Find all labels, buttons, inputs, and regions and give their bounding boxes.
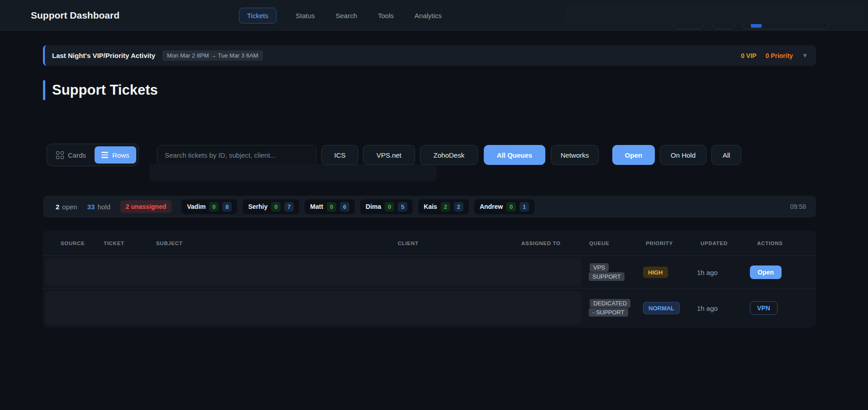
col-ticket: TICKET [104, 241, 124, 246]
search-dropdown-panel [149, 164, 437, 181]
status-filter-open[interactable]: Open [612, 145, 655, 165]
filter-toolbar: Cards Rows ICS VPS.net ZohoDesk All Queu… [43, 145, 816, 165]
table-row[interactable]: VPS SUPPORT HIGH 1h ago Open [43, 256, 816, 289]
rows-view-button[interactable]: Rows [95, 146, 136, 164]
agent-hold-count: 1 [520, 202, 529, 212]
agent-name: Kais [424, 203, 437, 210]
agent-name: Serhiy [248, 203, 267, 210]
agent-chip-matt[interactable]: Matt 0 6 [305, 199, 355, 214]
col-priority: PRIORITY [646, 241, 673, 246]
top-header: Support Dashboard Tickets Status Search … [0, 0, 868, 31]
col-actions: ACTIONS [757, 241, 783, 246]
nav-tab-search[interactable]: Search [334, 8, 359, 24]
open-ticket-button[interactable]: Open [750, 265, 782, 279]
blue-indicator-icon [751, 24, 762, 28]
agent-hold-count: 6 [340, 202, 349, 212]
vip-count-badge: 0 VIP [741, 52, 756, 59]
agent-chip-serhiy[interactable]: Serhiy 0 7 [243, 199, 299, 214]
banner-expand-caret-icon[interactable]: ▼ [802, 52, 808, 59]
col-assigned-to: ASSIGNED TO [521, 241, 561, 246]
vip-banner-title: Last Night's VIP/Priority Activity [52, 52, 155, 59]
hold-label: hold [97, 203, 110, 211]
agent-open-count: 0 [271, 202, 281, 212]
col-subject: SUBJECT [156, 241, 183, 246]
agent-chip-kais[interactable]: Kais 2 2 [418, 199, 469, 214]
open-count: 2 [56, 203, 59, 211]
agent-chip-dima[interactable]: Dima 0 5 [360, 199, 413, 214]
agent-name: Vadim [187, 203, 205, 210]
agent-open-count: 0 [209, 202, 219, 212]
vip-activity-banner: Last Night's VIP/Priority Activity Mon M… [43, 45, 816, 66]
agent-hold-count: 8 [222, 202, 232, 212]
agent-open-count: 0 [506, 202, 516, 212]
status-filter-on-hold[interactable]: On Hold [660, 145, 706, 165]
source-filter-ics[interactable]: ICS [321, 145, 358, 165]
agent-hold-count: 5 [398, 202, 407, 212]
agent-name: Dima [366, 203, 381, 210]
queue-tag-line: SUPPORT [589, 272, 625, 281]
row-content-placeholder [45, 259, 582, 285]
agent-hold-count: 2 [454, 202, 463, 212]
status-filter-all[interactable]: All [711, 145, 741, 165]
vpn-button[interactable]: VPN [750, 301, 777, 315]
hold-count: 33 [87, 203, 95, 211]
agent-chip-list: Vadim 0 8 Serhiy 0 7 Matt 0 6 Dima 0 5 K… [181, 199, 534, 214]
agent-open-count: 0 [385, 202, 394, 212]
table-header-row: SOURCE TICKET SUBJECT CLIENT ASSIGNED TO… [43, 231, 816, 256]
row-content-placeholder [45, 291, 582, 324]
queue-tag-line: VPS [590, 263, 609, 272]
vip-banner-time-range: Mon Mar 2 8PM → Tue Mar 3 6AM [162, 50, 263, 61]
col-client: CLIENT [398, 241, 419, 246]
agent-name: Andrew [480, 203, 503, 210]
priority-badge: HIGH [643, 266, 668, 278]
cards-view-label: Cards [68, 151, 86, 159]
col-queue: QUEUE [589, 241, 609, 246]
agent-hold-count: 7 [284, 202, 294, 212]
queue-tag-line: DEDICATED [590, 299, 630, 308]
page-heading: Support Tickets [43, 80, 816, 100]
agent-name: Matt [310, 203, 323, 210]
nav-tab-status[interactable]: Status [294, 8, 317, 24]
table-row[interactable]: DEDICATED - SUPPORT NORMAL 1h ago VPN [43, 289, 816, 327]
unassigned-badge: 2 unassigned [120, 200, 172, 213]
queue-filter-networks[interactable]: Networks [551, 145, 599, 165]
page-title: Support Tickets [52, 82, 158, 98]
nav-tab-analytics[interactable]: Analytics [413, 8, 444, 24]
cards-view-button[interactable]: Cards [49, 146, 93, 164]
nav-tab-tools[interactable]: Tools [376, 8, 396, 24]
app-title: Support Dashboard [31, 10, 119, 21]
agent-chip-vadim[interactable]: Vadim 0 8 [181, 199, 237, 214]
priority-count-badge: 0 Priority [765, 52, 793, 59]
queue-tag-line: - SUPPORT [589, 308, 628, 317]
queue-tag: VPS SUPPORT [589, 263, 625, 281]
list-lines-icon [101, 152, 108, 158]
nav-tab-tickets[interactable]: Tickets [239, 8, 277, 24]
stats-bar: 2 open 33 hold 2 unassigned Vadim 0 8 Se… [43, 196, 816, 217]
last-refresh-time: 09:58 [790, 203, 806, 210]
header-right-panel [567, 5, 863, 24]
priority-badge: NORMAL [643, 302, 680, 314]
agent-open-count: 2 [441, 202, 450, 212]
source-filter-zohodesk[interactable]: ZohoDesk [420, 145, 478, 165]
ticket-search-input[interactable] [157, 145, 316, 165]
queue-tag: DEDICATED - SUPPORT [589, 299, 630, 317]
view-mode-toggle: Cards Rows [47, 144, 139, 166]
col-updated: UPDATED [701, 241, 728, 246]
heading-accent-bar [43, 80, 45, 100]
tickets-table: SOURCE TICKET SUBJECT CLIENT ASSIGNED TO… [43, 231, 816, 328]
main-nav: Tickets Status Search Tools Analytics [239, 0, 444, 31]
rows-view-label: Rows [112, 151, 129, 159]
open-label: open [62, 203, 77, 211]
agent-chip-andrew[interactable]: Andrew 0 1 [474, 199, 534, 214]
updated-time: 1h ago [697, 304, 718, 312]
updated-time: 1h ago [697, 268, 718, 276]
source-filter-vpsnet[interactable]: VPS.net [363, 145, 415, 165]
agent-open-count: 0 [327, 202, 336, 212]
queue-filter-all-queues[interactable]: All Queues [484, 145, 545, 165]
col-source: SOURCE [61, 241, 85, 246]
grid-icon [56, 151, 64, 159]
